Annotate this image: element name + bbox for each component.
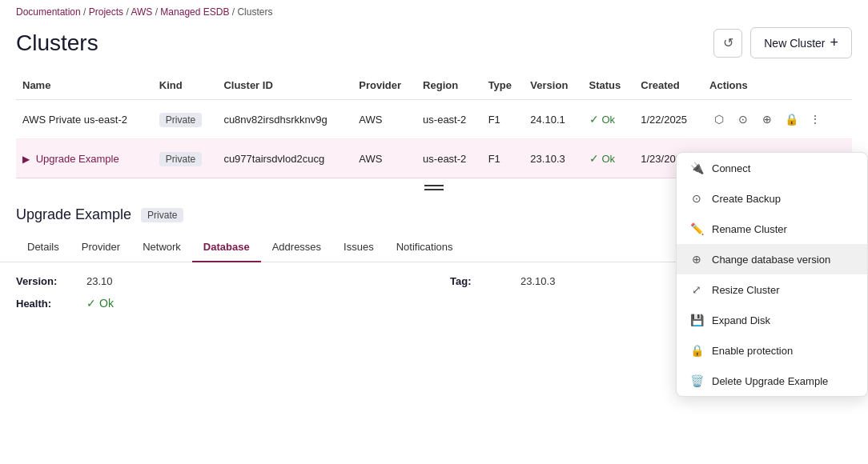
- tab-details[interactable]: Details: [16, 233, 70, 262]
- row1-lock-icon[interactable]: 🔒: [782, 110, 801, 129]
- breadcrumb-projects[interactable]: Projects: [89, 6, 123, 18]
- row1-more-icon[interactable]: ⋮: [806, 110, 825, 129]
- col-actions: Actions: [703, 71, 852, 100]
- health-ok-text: Ok: [99, 297, 114, 310]
- tab-network[interactable]: Network: [131, 233, 192, 262]
- row1-kind: Private: [153, 100, 218, 139]
- divider-handle[interactable]: [424, 185, 444, 190]
- table-header-row: Name Kind Cluster ID Provider Region Typ…: [16, 71, 852, 100]
- menu-item-rename-cluster[interactable]: ✏️ Rename Cluster: [677, 214, 867, 244]
- menu-create-backup-label: Create Backup: [712, 193, 781, 205]
- tab-issues[interactable]: Issues: [332, 233, 385, 262]
- row1-status-check-icon: ✓: [589, 113, 599, 126]
- col-type: Type: [482, 71, 524, 100]
- row1-status: ✓ Ok: [583, 100, 635, 139]
- row1-name: AWS Private us-east-2: [16, 100, 153, 139]
- col-region: Region: [416, 71, 482, 100]
- row2-triangle-icon: ▶: [22, 154, 30, 165]
- tab-addresses[interactable]: Addresses: [261, 233, 332, 262]
- refresh-button[interactable]: ↺: [713, 29, 742, 58]
- breadcrumb-aws[interactable]: AWS: [131, 6, 152, 18]
- row2-kind: Private: [153, 139, 218, 178]
- row2-name: ▶ Upgrade Example: [16, 139, 153, 178]
- menu-item-resize-cluster[interactable]: ⤢ Resize Cluster: [677, 274, 867, 305]
- detail-version-row: Version: 23.10: [16, 275, 418, 287]
- new-cluster-button[interactable]: New Cluster +: [750, 27, 852, 58]
- menu-resize-cluster-label: Resize Cluster: [712, 284, 780, 296]
- row1-version: 24.10.1: [524, 100, 582, 139]
- row1-status-label: Ok: [602, 114, 616, 126]
- menu-item-connect[interactable]: 🔌 Connect: [677, 153, 867, 183]
- col-provider: Provider: [352, 71, 416, 100]
- detail-title: Upgrade Example: [16, 206, 131, 223]
- row1-upload-icon[interactable]: ⊕: [757, 110, 777, 129]
- row1-cluster-id: cu8nv82irsdhsrkknv9g: [217, 100, 352, 139]
- row2-status-label: Ok: [602, 153, 616, 165]
- row2-type: F1: [482, 139, 524, 178]
- col-kind: Kind: [153, 71, 218, 100]
- row1-created: 1/22/2025: [634, 100, 703, 139]
- row2-status-ok: ✓ Ok: [589, 152, 629, 165]
- row1-kind-badge: Private: [159, 113, 202, 127]
- col-created: Created: [634, 71, 703, 100]
- new-cluster-plus-icon: +: [830, 34, 838, 51]
- edit-icon: ✏️: [689, 222, 704, 236]
- col-version: Version: [524, 71, 582, 100]
- tag-value: 23.10.3: [520, 275, 555, 287]
- menu-expand-disk-label: Expand Disk: [712, 314, 770, 326]
- page-title: Clusters: [16, 30, 98, 56]
- header-actions: ↺ New Cluster +: [713, 27, 852, 58]
- new-cluster-label: New Cluster: [764, 37, 825, 50]
- row2-status-check-icon: ✓: [589, 152, 599, 165]
- lock-menu-icon: 🔒: [689, 343, 704, 358]
- backup-icon: ⊙: [689, 191, 704, 206]
- menu-item-create-backup[interactable]: ⊙ Create Backup: [677, 183, 867, 214]
- col-cluster-id: Cluster ID: [217, 71, 352, 100]
- version-label: Version:: [16, 275, 80, 287]
- tab-database[interactable]: Database: [192, 233, 261, 262]
- menu-change-db-version-label: Change database version: [712, 254, 830, 266]
- breadcrumb-managed-esdb[interactable]: Managed ESDB: [160, 6, 229, 18]
- tag-label: Tag:: [450, 275, 514, 287]
- detail-badge: Private: [141, 208, 183, 222]
- breadcrumb-documentation[interactable]: Documentation: [16, 6, 81, 18]
- row2-cluster-id: cu977tairsdvlod2cucg: [217, 139, 352, 178]
- row1-action-icons: ⬡ ⊙ ⊕ 🔒 ⋮: [709, 110, 846, 129]
- col-status: Status: [583, 71, 635, 100]
- menu-rename-cluster-label: Rename Cluster: [712, 223, 787, 235]
- row2-region: us-east-2: [416, 139, 482, 178]
- col-name: Name: [16, 71, 153, 100]
- menu-enable-protection-label: Enable protection: [712, 345, 793, 357]
- upgrade-icon: ⊕: [689, 252, 704, 266]
- row2-name-link[interactable]: Upgrade Example: [36, 153, 119, 165]
- row1-provider: AWS: [352, 100, 416, 139]
- row2-status: ✓ Ok: [583, 139, 635, 178]
- page-header: Clusters ↺ New Cluster +: [0, 24, 868, 71]
- menu-item-expand-disk[interactable]: 💾 Expand Disk: [677, 305, 867, 335]
- health-check-icon: ✓: [86, 297, 96, 310]
- menu-item-delete[interactable]: 🗑️ Delete Upgrade Example: [677, 366, 867, 396]
- row2-version: 23.10.3: [524, 139, 582, 178]
- divider-line-2: [424, 189, 444, 190]
- menu-item-change-db-version[interactable]: ⊕ Change database version: [677, 244, 867, 274]
- row2-provider: AWS: [352, 139, 416, 178]
- menu-item-enable-protection[interactable]: 🔒 Enable protection: [677, 335, 867, 366]
- row1-snapshot-icon[interactable]: ⬡: [709, 110, 729, 129]
- menu-connect-label: Connect: [712, 162, 750, 174]
- breadcrumb-clusters: Clusters: [237, 6, 272, 18]
- health-value: ✓ Ok: [86, 297, 114, 310]
- resize-icon: ⤢: [689, 282, 704, 297]
- row1-region: us-east-2: [416, 100, 482, 139]
- detail-health-row: Health: ✓ Ok: [16, 297, 418, 310]
- tab-notifications[interactable]: Notifications: [385, 233, 464, 262]
- row1-status-ok: ✓ Ok: [589, 113, 629, 126]
- menu-delete-label: Delete Upgrade Example: [712, 375, 828, 387]
- disk-icon: 💾: [689, 313, 704, 327]
- tab-provider[interactable]: Provider: [70, 233, 131, 262]
- health-label: Health:: [16, 298, 80, 310]
- context-menu: 🔌 Connect ⊙ Create Backup ✏️ Rename Clus…: [676, 152, 868, 397]
- row1-name-text: AWS Private us-east-2: [22, 114, 127, 126]
- breadcrumb: Documentation / Projects / AWS / Managed…: [0, 0, 868, 24]
- row1-backup-icon[interactable]: ⊙: [733, 110, 753, 129]
- row1-type: F1: [482, 100, 524, 139]
